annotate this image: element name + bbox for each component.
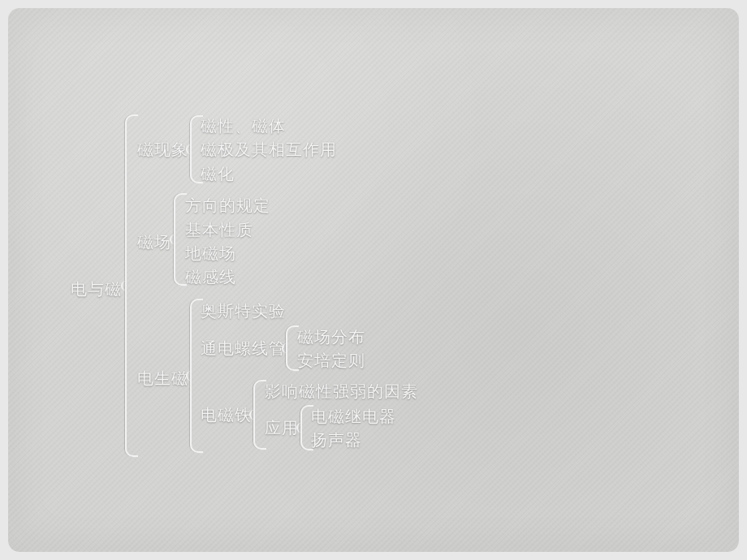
topic-2-label: 电生磁 [137, 370, 188, 386]
electromagnet-child-1-label: 应用 [265, 420, 299, 436]
electromagnet-child-0: 影响磁性强弱的因素 [265, 383, 418, 399]
topic-2-child-2-label: 电磁铁 [201, 407, 252, 423]
topic-1-child-3: 磁感线 [185, 269, 236, 285]
topic-2-child-1-label: 通电螺线管 [201, 340, 286, 356]
topic-1-child-1: 基本性质 [185, 222, 253, 238]
topic-0-child-1: 磁极及其相互作用 [201, 141, 337, 157]
topic-1-child-0: 方向的规定 [185, 197, 270, 213]
application-child-0: 电磁继电器 [311, 408, 396, 424]
diagram-page: { "root": { "label": "电与磁" }, "topics": … [8, 8, 739, 552]
brace-topic-2 [190, 299, 203, 453]
topic-1-child-2: 地磁场 [185, 245, 236, 261]
solenoid-child-0: 磁场分布 [297, 329, 365, 345]
topic-0-label: 磁现象 [137, 141, 188, 157]
topic-0-child-0: 磁性、磁体 [201, 118, 286, 134]
solenoid-child-1: 安培定则 [297, 352, 365, 368]
topic-2-child-0: 奥斯特实验 [201, 303, 286, 319]
application-child-1: 扬声器 [311, 432, 362, 448]
topic-0-child-2: 磁化 [201, 166, 235, 182]
brace-root [125, 114, 138, 457]
root-label: 电与磁 [71, 281, 122, 297]
topic-1-label: 磁场 [137, 234, 171, 250]
